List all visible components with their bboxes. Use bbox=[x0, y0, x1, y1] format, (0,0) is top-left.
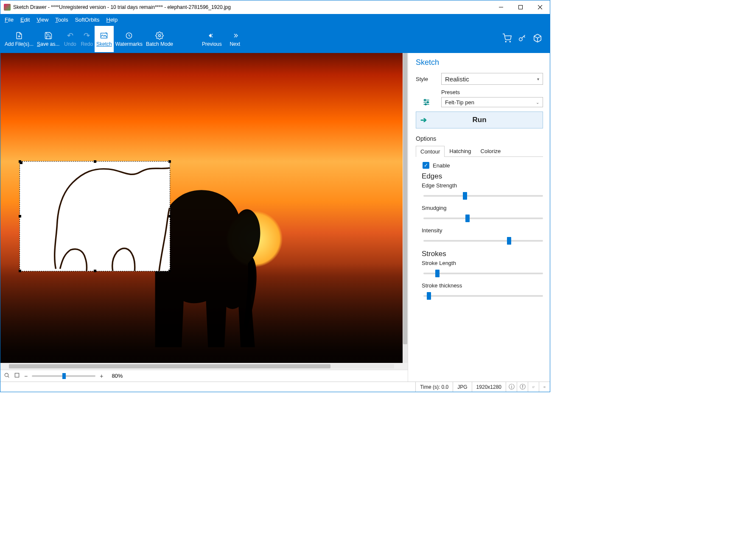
svg-point-10 bbox=[510, 41, 510, 42]
strokes-heading: Strokes bbox=[422, 250, 543, 258]
svg-point-13 bbox=[5, 373, 8, 376]
intensity-slider[interactable] bbox=[423, 237, 543, 245]
status-dimensions: 1920x1280 bbox=[472, 382, 506, 392]
menu-view[interactable]: View bbox=[36, 17, 48, 23]
zoom-fit-icon[interactable] bbox=[14, 372, 20, 379]
svg-rect-15 bbox=[15, 373, 19, 377]
edge-strength-label: Edge Strength bbox=[422, 182, 543, 189]
sketch-button[interactable]: Sketch bbox=[95, 26, 114, 52]
checkbox-checked-icon: ✓ bbox=[423, 162, 429, 169]
stroke-thickness-label: Stroke thickness bbox=[422, 282, 543, 289]
stroke-thickness-slider[interactable] bbox=[423, 292, 543, 300]
tab-contour[interactable]: Contour bbox=[416, 146, 445, 157]
svg-line-14 bbox=[8, 376, 9, 377]
minimize-button[interactable] bbox=[491, 0, 511, 14]
run-button[interactable]: ➔ Run bbox=[416, 112, 543, 128]
tab-hatching[interactable]: Hatching bbox=[445, 145, 476, 156]
intensity-label: Intensity bbox=[422, 227, 543, 234]
watermarks-button[interactable]: Watermarks bbox=[114, 26, 144, 52]
menu-file[interactable]: File bbox=[5, 17, 14, 23]
zoom-out-icon[interactable]: − bbox=[24, 373, 28, 379]
zoom-slider[interactable] bbox=[32, 375, 95, 377]
horizontal-scrollbar[interactable] bbox=[0, 363, 403, 370]
edge-strength-slider[interactable] bbox=[423, 192, 543, 200]
status-time: Time (s): 0.0 bbox=[415, 382, 453, 392]
menu-softorbits[interactable]: SoftOrbits bbox=[75, 17, 100, 23]
sketch-icon bbox=[99, 31, 109, 40]
menu-tools[interactable]: Tools bbox=[55, 17, 68, 23]
style-select[interactable]: Realistic ▾ bbox=[441, 73, 543, 85]
titlebar: Sketch Drawer - ****Unregistered version… bbox=[0, 0, 550, 14]
gear-icon bbox=[155, 31, 164, 40]
menubar: File Edit View Tools SoftOrbits Help bbox=[0, 14, 550, 25]
svg-rect-1 bbox=[519, 6, 523, 9]
info-icon[interactable]: ⓘ bbox=[506, 382, 517, 392]
facebook-icon[interactable]: ⓕ bbox=[517, 382, 528, 392]
twitter-icon[interactable] bbox=[528, 382, 539, 392]
panel-heading: Sketch bbox=[416, 58, 543, 67]
add-files-button[interactable]: Add File(s)... bbox=[3, 26, 35, 52]
style-label: Style bbox=[416, 76, 437, 82]
undo-button[interactable]: ↶ Undo bbox=[61, 26, 79, 52]
smudging-label: Smudging bbox=[422, 205, 543, 211]
undo-icon: ↶ bbox=[67, 31, 73, 40]
save-icon bbox=[44, 31, 53, 40]
app-icon bbox=[4, 4, 11, 11]
stroke-length-label: Stroke Length bbox=[422, 260, 543, 266]
status-format: JPG bbox=[453, 382, 471, 392]
presets-select[interactable]: Felt-Tip pen ⌄ bbox=[441, 97, 543, 107]
chevron-down-icon: ▾ bbox=[537, 77, 539, 81]
maximize-button[interactable] bbox=[511, 0, 530, 14]
status-bar: Time (s): 0.0 JPG 1920x1280 ⓘ ⓕ bbox=[0, 382, 550, 392]
selection-region[interactable] bbox=[20, 161, 170, 271]
redo-icon: ↷ bbox=[84, 31, 90, 40]
tab-colorize[interactable]: Colorize bbox=[476, 145, 506, 156]
stroke-length-slider[interactable] bbox=[423, 270, 543, 277]
next-button[interactable]: Next bbox=[226, 26, 244, 52]
canvas[interactable] bbox=[0, 53, 408, 363]
zoom-actual-icon[interactable] bbox=[4, 372, 10, 379]
options-tabs: Contour Hatching Colorize bbox=[416, 145, 543, 157]
zoom-bar: − + 80% bbox=[0, 370, 408, 382]
smudging-slider[interactable] bbox=[423, 215, 543, 222]
zoom-in-icon[interactable]: + bbox=[100, 373, 103, 379]
menu-help[interactable]: Help bbox=[106, 17, 118, 23]
edges-heading: Edges bbox=[422, 172, 543, 181]
add-file-icon bbox=[15, 31, 23, 40]
presets-label: Presets bbox=[441, 89, 543, 95]
chevron-down-icon: ⌄ bbox=[536, 100, 539, 105]
run-arrow-icon: ➔ bbox=[420, 115, 427, 125]
toolbar: Add File(s)... Save as... ↶ Undo ↷ Redo … bbox=[0, 25, 550, 53]
save-as-button[interactable]: Save as... bbox=[35, 26, 61, 52]
svg-marker-23 bbox=[544, 387, 545, 387]
cart-icon[interactable] bbox=[502, 33, 512, 45]
zoom-percent: 80% bbox=[112, 373, 123, 379]
vertical-scrollbar[interactable] bbox=[403, 53, 408, 363]
redo-button[interactable]: ↷ Redo bbox=[79, 26, 95, 52]
arrow-right-icon bbox=[231, 31, 239, 40]
svg-point-8 bbox=[159, 35, 161, 37]
enable-checkbox[interactable]: ✓ Enable bbox=[423, 162, 543, 169]
options-label: Options bbox=[416, 135, 543, 142]
package-icon[interactable] bbox=[533, 33, 542, 45]
close-button[interactable] bbox=[530, 0, 550, 14]
youtube-icon[interactable] bbox=[539, 382, 550, 392]
svg-point-11 bbox=[519, 38, 522, 41]
batch-mode-button[interactable]: Batch Mode bbox=[144, 26, 175, 52]
watermark-icon bbox=[125, 31, 133, 40]
sliders-icon[interactable] bbox=[416, 97, 437, 107]
menu-edit[interactable]: Edit bbox=[20, 17, 30, 23]
window-title: Sketch Drawer - ****Unregistered version… bbox=[13, 4, 231, 10]
arrow-left-icon bbox=[207, 31, 216, 40]
svg-point-21 bbox=[425, 103, 426, 105]
side-panel: Sketch Style Realistic ▾ Presets Felt-Ti… bbox=[408, 53, 550, 382]
previous-button[interactable]: Previous bbox=[200, 26, 224, 52]
key-icon[interactable] bbox=[518, 33, 527, 45]
svg-point-19 bbox=[424, 99, 426, 100]
svg-point-9 bbox=[505, 41, 506, 42]
svg-point-20 bbox=[427, 101, 428, 103]
